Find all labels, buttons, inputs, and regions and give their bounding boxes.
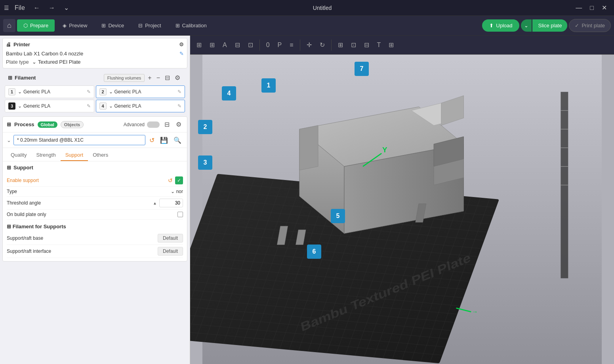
add-filament-button[interactable]: +: [146, 74, 153, 82]
viewport-num-icon[interactable]: 0: [263, 39, 273, 51]
printer-edit-icon[interactable]: ✎: [179, 51, 184, 57]
viewport-tool3-icon[interactable]: ⊟: [361, 39, 372, 51]
plate-type-value[interactable]: ⌄ Textured PEI Plate: [32, 59, 81, 65]
printer-settings-icon[interactable]: ⚙: [179, 42, 184, 47]
file-menu-button[interactable]: File: [11, 4, 28, 12]
filament-grid: 1 ⌄ Generic PLA ✎ 2 ⌄ Generic PLA ✎: [5, 85, 185, 112]
advanced-toggle[interactable]: [147, 121, 160, 128]
home-button[interactable]: ⌂: [3, 19, 15, 32]
device-label: Device: [108, 23, 124, 28]
filament-list-icon[interactable]: ⊟: [163, 73, 172, 82]
viewport-export-icon[interactable]: ⊞: [385, 39, 397, 51]
filament-edit-4[interactable]: ✎: [177, 103, 181, 109]
menu-more-button[interactable]: ⌄: [61, 3, 72, 12]
global-badge[interactable]: Global: [38, 121, 57, 128]
enable-support-checkbox[interactable]: ✓: [175, 176, 183, 184]
printer-name-text: Bambu Lab X1 Carbon 0.4 nozzle: [6, 51, 83, 57]
support-base-dropdown[interactable]: Default: [158, 234, 183, 243]
viewport-layout-icon[interactable]: ⊟: [232, 39, 243, 51]
objects-badge[interactable]: Objects: [61, 121, 84, 128]
preview-icon: ◈: [63, 23, 67, 28]
viewport-p-icon[interactable]: P: [275, 39, 285, 51]
forward-button[interactable]: →: [46, 4, 58, 12]
process-icon: ⊞: [7, 121, 11, 127]
viewport-layer-icon[interactable]: ≡: [286, 39, 296, 51]
printer-icon: 🖨: [6, 42, 11, 47]
back-button[interactable]: ←: [31, 4, 43, 12]
filament-edit-1[interactable]: ✎: [87, 89, 91, 95]
support-interface-value: Default: [158, 247, 183, 256]
filament-edit-3[interactable]: ✎: [87, 103, 91, 109]
device-tab[interactable]: ⊞ Device: [95, 19, 130, 32]
tab-strength[interactable]: Strength: [31, 150, 60, 161]
preview-tab[interactable]: ◈ Preview: [56, 19, 93, 32]
filament-num-2: 2: [99, 88, 107, 95]
project-tab[interactable]: ⊟ Project: [132, 19, 167, 32]
viewport-tool2-icon[interactable]: ⊡: [348, 39, 359, 51]
prepare-tab[interactable]: ⬡ Prepare: [17, 19, 55, 32]
build-plate-row: On build plate only: [7, 210, 183, 220]
hamburger-icon[interactable]: ☰: [4, 5, 9, 11]
remove-filament-button[interactable]: −: [155, 74, 162, 82]
tab-others[interactable]: Others: [88, 150, 113, 161]
plate-type-text: Textured PEI Plate: [38, 59, 81, 65]
filament-supports-icon: ⊞: [7, 224, 11, 229]
process-list-icon[interactable]: ⊟: [163, 120, 171, 129]
type-value: ⌄ nor: [171, 189, 183, 194]
profile-search-icon[interactable]: 🔍: [172, 136, 183, 145]
slice-button[interactable]: Slice plate: [532, 19, 567, 32]
close-button[interactable]: ✕: [599, 3, 610, 12]
filament-settings-icon[interactable]: ⚙: [173, 73, 182, 82]
maximize-button[interactable]: □: [587, 4, 597, 12]
calibration-tab[interactable]: ⊞ Calibration: [169, 19, 213, 32]
process-title-text: Process: [14, 121, 34, 127]
printer-section: 🖨 Printer ⚙ Bambu Lab X1 Carbon 0.4 nozz…: [2, 38, 187, 68]
project-icon: ⊟: [138, 23, 143, 28]
filament-header: ⊞ Filament Flushing volumes + − ⊟ ⚙: [5, 71, 185, 85]
flushing-volumes-button[interactable]: Flushing volumes: [104, 74, 145, 82]
title-text: Untitled: [313, 5, 332, 11]
process-settings-icon[interactable]: ⚙: [174, 120, 183, 129]
threshold-input[interactable]: [159, 199, 183, 207]
slice-chevron-button[interactable]: ⌄: [521, 19, 532, 32]
chevron-down-icon: ⌄: [109, 89, 113, 95]
viewport-text-icon[interactable]: T: [374, 39, 384, 51]
build-plate-checkbox[interactable]: [177, 212, 183, 217]
scene-svg: Bambu Textured PEI Plate: [190, 55, 614, 364]
viewport-auto-icon[interactable]: A: [219, 39, 230, 51]
process-title-row: ⊞ Process Global Objects: [7, 121, 84, 128]
plate-type-row: Plate type ⌄ Textured PEI Plate: [6, 59, 184, 65]
scene-container: Bambu Textured PEI Plate: [190, 55, 614, 364]
viewport-rotate-icon[interactable]: ↻: [317, 39, 328, 51]
advanced-row: Advanced: [124, 121, 160, 128]
tab-quality[interactable]: Quality: [6, 150, 31, 161]
upload-icon: ⬆: [489, 23, 494, 28]
left-panel: 🖨 Printer ⚙ Bambu Lab X1 Carbon 0.4 nozz…: [0, 36, 190, 364]
minimize-button[interactable]: —: [572, 4, 585, 12]
viewport-tool1-icon[interactable]: ⊞: [335, 39, 346, 51]
upload-button[interactable]: ⬆ Upload: [482, 19, 519, 32]
window-title: Untitled: [72, 5, 573, 11]
filament-name-1: ⌄ Generic PLA: [18, 89, 84, 95]
tab-support[interactable]: Support: [61, 150, 88, 161]
toolbar-sep-3: [331, 40, 332, 51]
enable-support-reset-icon[interactable]: ↺: [168, 177, 173, 184]
type-dropdown[interactable]: ⌄ nor: [171, 189, 183, 194]
viewport-add-icon[interactable]: ⊞: [193, 39, 205, 51]
print-button[interactable]: ✓ Print plate: [569, 19, 611, 32]
filament-edit-2[interactable]: ✎: [177, 89, 181, 95]
support-interface-dropdown[interactable]: Default: [158, 247, 183, 256]
viewport-view1-icon[interactable]: ⊡: [245, 39, 256, 51]
filament-controls: Flushing volumes + − ⊟ ⚙: [104, 73, 182, 82]
filament-supports-text: Filament for Supports: [13, 224, 66, 229]
filament-section: ⊞ Filament Flushing volumes + − ⊟ ⚙ 1 ⌄ …: [2, 71, 187, 115]
viewport-grid-icon[interactable]: ⊞: [206, 39, 218, 51]
process-profile-input[interactable]: [13, 135, 145, 145]
profile-save-icon[interactable]: 💾: [158, 136, 170, 145]
filament-name-2: ⌄ Generic PLA: [109, 89, 175, 95]
viewport-move-icon[interactable]: ✛: [303, 39, 315, 51]
chevron-down-icon: ⌄: [32, 59, 36, 65]
printer-header: 🖨 Printer ⚙: [6, 42, 184, 47]
profile-reset-icon[interactable]: ↺: [148, 136, 156, 145]
filament-num-3: 3: [8, 102, 15, 110]
